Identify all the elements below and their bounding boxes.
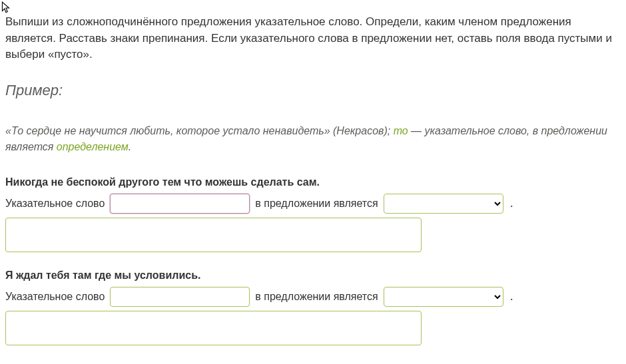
task-2-textarea[interactable]: [5, 311, 422, 345]
task-2-sentence: Я ждал тебя там где мы условились.: [5, 270, 621, 281]
task-1-sentence: Никогда не беспокой другого тем что може…: [5, 176, 621, 188]
task-1-label-in-sentence: в предложении является: [255, 198, 378, 210]
task-1-period: .: [510, 196, 513, 210]
task-2-label-demonstrative: Указательное слово: [5, 291, 105, 303]
task-2: Я ждал тебя там где мы условились. Указа…: [5, 270, 621, 345]
task-2-period: .: [510, 289, 513, 303]
example-role: определением: [57, 141, 129, 152]
example-word: то: [394, 125, 408, 136]
task-2-word-input[interactable]: [110, 287, 250, 307]
example-heading: Пример:: [5, 82, 621, 99]
task-1-label-demonstrative: Указательное слово: [5, 198, 105, 210]
instructions-text: Выпиши из сложноподчинённого предложения…: [5, 14, 621, 63]
example-quote: «То сердце не научится любить, которое у…: [5, 125, 394, 136]
task-2-label-in-sentence: в предложении является: [255, 291, 378, 303]
task-1-textarea[interactable]: [5, 218, 422, 252]
task-1: Никогда не беспокой другого тем что може…: [5, 176, 621, 252]
example-text: «То сердце не научится любить, которое у…: [5, 123, 621, 155]
example-tail: .: [129, 141, 131, 152]
task-2-role-select[interactable]: [384, 287, 503, 307]
task-1-role-select[interactable]: [384, 194, 503, 214]
task-1-word-input[interactable]: [110, 194, 250, 214]
